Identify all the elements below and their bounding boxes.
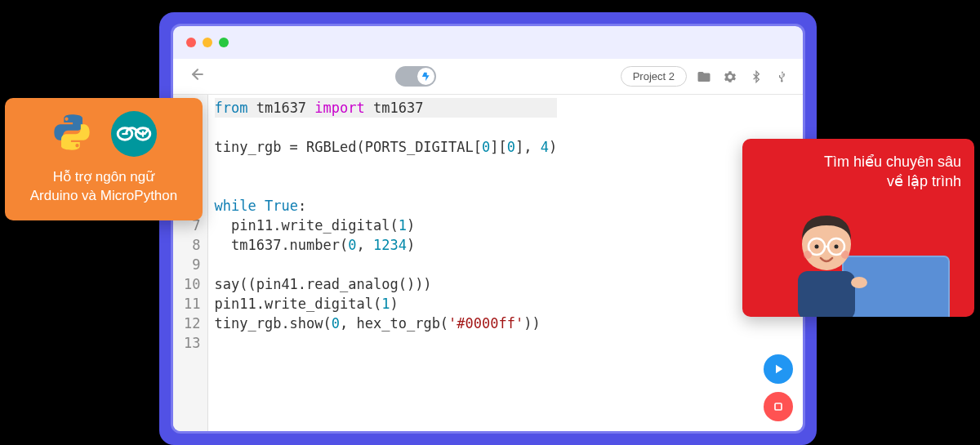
code-line[interactable] xyxy=(215,176,558,196)
code-line[interactable] xyxy=(215,118,558,137)
callout-left-text: Hỗ trợ ngôn ngữ Arduino và MicroPython xyxy=(16,168,191,206)
arduino-icon xyxy=(111,111,157,157)
svg-rect-17 xyxy=(798,271,855,317)
person-illustration xyxy=(757,207,961,317)
line-number: 8 xyxy=(181,235,201,255)
code-editor[interactable]: 12345▾ 678910111213 from tm1637 import t… xyxy=(173,95,803,431)
run-button[interactable] xyxy=(764,354,793,384)
svg-point-16 xyxy=(841,251,849,259)
code-line[interactable]: tm1637.number(0, 1234) xyxy=(215,235,558,255)
gear-icon[interactable] xyxy=(721,68,739,86)
toggle-knob xyxy=(417,68,434,85)
svg-point-18 xyxy=(851,277,867,288)
line-number: 13 xyxy=(181,333,201,353)
stop-button[interactable] xyxy=(764,392,793,421)
code-line[interactable]: pin11.write_digital(1) xyxy=(215,294,558,314)
callout-right-text: Tìm hiểu chuyên sâu về lập trình xyxy=(755,152,961,192)
close-window-button[interactable] xyxy=(186,38,196,47)
svg-rect-1 xyxy=(775,403,782,410)
titlebar xyxy=(173,26,803,59)
callout-learn: Tìm hiểu chuyên sâu về lập trình xyxy=(742,139,974,317)
folder-icon[interactable] xyxy=(695,68,713,86)
code-line[interactable]: tiny_rgb = RGBLed(PORTS_DIGITAL[0][0], 4… xyxy=(215,137,558,157)
code-line[interactable]: say((pin41.read_analog())) xyxy=(215,274,558,294)
code-area[interactable]: from tm1637 import tm1637tiny_rgb = RGBL… xyxy=(208,95,564,431)
usb-icon[interactable] xyxy=(773,68,791,86)
callout-languages: Hỗ trợ ngôn ngữ Arduino và MicroPython xyxy=(5,98,203,220)
line-number: 10 xyxy=(181,274,201,294)
callout-right-line2: về lập trình xyxy=(887,173,961,189)
language-icons xyxy=(16,111,191,157)
svg-point-15 xyxy=(804,251,812,259)
line-number: 11 xyxy=(181,294,201,314)
callout-left-line2: Arduino và MicroPython xyxy=(30,188,177,203)
callout-right-line1: Tìm hiểu chuyên sâu xyxy=(824,154,961,170)
callout-left-line1: Hỗ trợ ngôn ngữ xyxy=(53,169,155,185)
code-line[interactable]: pin11.write_digital(1) xyxy=(215,216,558,235)
svg-point-13 xyxy=(815,245,819,249)
back-button[interactable] xyxy=(185,66,211,87)
bluetooth-icon[interactable] xyxy=(747,68,765,86)
code-line[interactable] xyxy=(215,255,558,274)
fab-group xyxy=(764,354,793,421)
minimize-window-button[interactable] xyxy=(203,38,212,47)
app-window-inner: Project 2 12345▾ 678910111213 from tm163… xyxy=(171,24,805,434)
toolbar: Project 2 xyxy=(173,59,803,95)
app-window: Project 2 12345▾ 678910111213 from tm163… xyxy=(159,12,817,445)
code-line[interactable] xyxy=(215,157,558,176)
line-number: 12 xyxy=(181,314,201,333)
mode-toggle[interactable] xyxy=(395,66,436,87)
svg-point-14 xyxy=(835,245,839,249)
maximize-window-button[interactable] xyxy=(219,38,229,47)
code-line[interactable]: from tm1637 import tm1637 xyxy=(215,98,558,118)
line-number: 9 xyxy=(181,255,201,274)
code-line[interactable]: tiny_rgb.show(0, hex_to_rgb('#0000ff')) xyxy=(215,314,558,333)
code-line[interactable] xyxy=(215,333,558,353)
python-icon xyxy=(51,111,93,154)
code-line[interactable]: while True: xyxy=(215,196,558,216)
project-selector[interactable]: Project 2 xyxy=(621,66,687,87)
